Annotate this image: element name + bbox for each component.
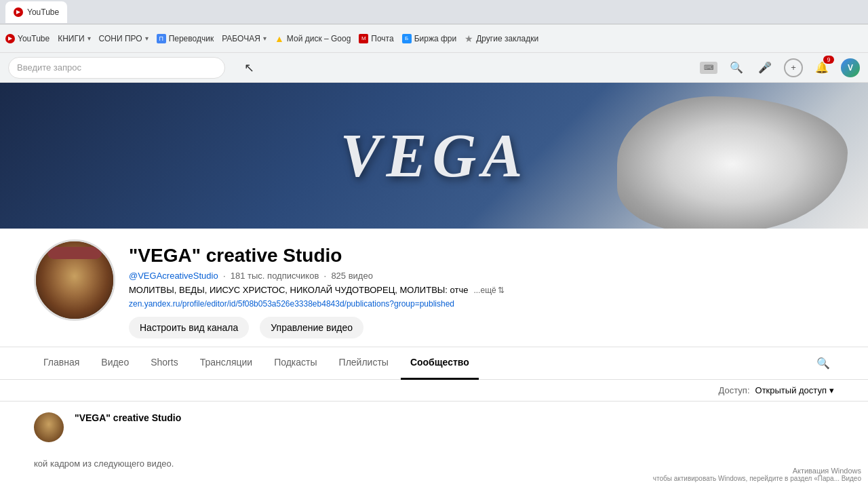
browser-tabs: ▶ YouTube [5, 0, 67, 24]
cursor-icon: ↖ [244, 60, 254, 75]
bookmark-mail[interactable]: М Почта [359, 34, 393, 43]
tab-home[interactable]: Главная [34, 347, 89, 380]
page-content: Введите запрос ↖ ⌨ 🔍 🎤 + 🔔 9 V VEGA "V [0, 53, 868, 489]
channel-link[interactable]: zen.yandex.ru/profile/editor/id/5f08b053… [129, 299, 834, 309]
access-dropdown[interactable]: Открытый доступ ▾ [755, 385, 834, 395]
chevron-down-icon: ▾ [829, 385, 834, 395]
bookmark-birzha-label: Биржа фри [414, 34, 457, 43]
chevron-down-icon: ▾ [263, 35, 267, 42]
search-placeholder: Введите запрос [17, 62, 81, 73]
access-value: Открытый доступ [755, 385, 827, 395]
user-avatar[interactable]: V [841, 58, 860, 77]
bookmark-others[interactable]: ★ Другие закладки [465, 33, 538, 44]
bookmark-others-label: Другие закладки [476, 34, 538, 43]
notification-count: 9 [823, 56, 834, 64]
bookmark-knigi-label: КНИГИ [58, 34, 84, 43]
birzha-icon: Б [402, 34, 412, 43]
bookmark-youtube-label: YouTube [18, 34, 50, 43]
drive-icon: ▲ [275, 34, 284, 43]
upload-icon[interactable]: + [784, 58, 803, 77]
channel-info: "VEGA" creative Studio @VEGAcreativeStud… [0, 229, 868, 347]
search-box[interactable]: Введите запрос [8, 57, 225, 79]
bookmark-icon: ★ [465, 33, 473, 44]
channel-handle[interactable]: @VEGAcreativeStudio [129, 271, 218, 281]
sort-icon: ⇅ [498, 286, 505, 295]
video-count: 825 видео [331, 271, 373, 281]
community-author-name[interactable]: "VEGA" creative Studio [75, 412, 834, 423]
keyboard-icon[interactable]: ⌨ [700, 62, 717, 74]
channel-tabs: Главная Видео Shorts Трансляции Подкасты… [0, 347, 868, 380]
tab-search-icon[interactable]: 🔍 [812, 353, 834, 374]
subscriber-count: 181 тыс. подписчиков [231, 271, 319, 281]
bookmarks-list: ▶ YouTube КНИГИ ▾ СОНИ ПРО ▾ П Переводчи… [5, 33, 863, 44]
channel-actions: Настроить вид канала Управление видео [129, 317, 834, 338]
channel-meta: @VEGAcreativeStudio · 181 тыс. подписчик… [129, 271, 834, 281]
tab-label: YouTube [27, 7, 59, 17]
channel-avatar [34, 239, 115, 321]
tab-videos[interactable]: Видео [92, 347, 138, 380]
description-text: МОЛИТВЫ, ВЕДЫ, ИИСУС ХРИСТОС, НИКОЛАЙ ЧУ… [129, 285, 468, 295]
active-tab[interactable]: ▶ YouTube [5, 1, 67, 23]
tab-playlists-label: Плейлисты [339, 357, 389, 368]
avatar-hat [47, 247, 102, 259]
bookmark-translator[interactable]: П Переводчик [157, 34, 214, 43]
more-label: ...ещё [473, 286, 496, 295]
youtube-tab-icon: ▶ [14, 7, 23, 17]
access-bar: Доступ: Открытый доступ ▾ [0, 380, 868, 402]
channel-name: "VEGA" creative Studio [129, 245, 834, 267]
community-author-avatar [34, 412, 64, 442]
manage-videos-button[interactable]: Управление видео [260, 317, 363, 338]
search-icon[interactable]: 🔍 [727, 58, 746, 77]
bookmark-drive-label: Мой диск – Goog [287, 34, 351, 43]
bookmarks-bar: ▶ YouTube КНИГИ ▾ СОНИ ПРО ▾ П Переводчи… [0, 24, 868, 53]
right-icons: ⌨ 🔍 🎤 + 🔔 9 V [700, 58, 860, 77]
address-area: Введите запрос ↖ ⌨ 🔍 🎤 + 🔔 9 V [0, 53, 868, 83]
banner-title: VEGA [340, 121, 528, 191]
channel-banner: VEGA [0, 83, 868, 229]
community-content: "VEGA" creative Studio [75, 412, 834, 442]
tab-videos-label: Видео [101, 357, 129, 368]
channel-details: "VEGA" creative Studio @VEGAcreativeStud… [129, 239, 834, 347]
youtube-bookmark-icon: ▶ [5, 34, 15, 43]
access-label: Доступ: [719, 385, 750, 395]
community-post-snippet: кой кадром из следующего видео. [0, 453, 868, 469]
bookmark-birzha[interactable]: Б Биржа фри [402, 34, 457, 43]
bookmark-rabochaya-label: РАБОЧАЯ [222, 34, 260, 43]
tab-podcasts-label: Подкасты [274, 357, 317, 368]
tab-broadcasts[interactable]: Трансляции [191, 347, 262, 380]
bookmark-mail-label: Почта [371, 34, 393, 43]
customize-channel-button[interactable]: Настроить вид канала [129, 317, 249, 338]
mail-icon: М [359, 34, 368, 43]
wolf-image [617, 96, 848, 229]
tab-home-label: Главная [43, 357, 79, 368]
tab-playlists[interactable]: Плейлисты [330, 347, 398, 380]
tab-shorts-label: Shorts [151, 357, 178, 368]
channel-description: МОЛИТВЫ, ВЕДЫ, ИИСУС ХРИСТОС, НИКОЛАЙ ЧУ… [129, 285, 834, 295]
community-section: "VEGA" creative Studio [0, 402, 868, 453]
chevron-down-icon: ▾ [145, 35, 149, 42]
mic-icon[interactable]: 🎤 [755, 58, 774, 77]
tab-community[interactable]: Сообщество [401, 347, 479, 380]
notifications-button[interactable]: 🔔 9 [812, 58, 831, 77]
bookmark-translator-label: Переводчик [169, 34, 214, 43]
tab-broadcasts-label: Трансляции [200, 357, 252, 368]
bookmark-soni-label: СОНИ ПРО [99, 34, 142, 43]
bookmark-rabochaya[interactable]: РАБОЧАЯ ▾ [222, 34, 267, 43]
translator-icon: П [157, 34, 166, 43]
chevron-down-icon: ▾ [87, 35, 91, 42]
bookmark-soni[interactable]: СОНИ ПРО ▾ [99, 34, 149, 43]
browser-tab-bar: ▶ YouTube [0, 0, 868, 24]
post-snippet-text: кой кадром из следующего видео. [34, 458, 174, 469]
bookmark-youtube[interactable]: ▶ YouTube [5, 34, 50, 43]
more-link[interactable]: ...ещё ⇅ [473, 286, 504, 295]
tab-community-label: Сообщество [410, 357, 469, 368]
tab-podcasts[interactable]: Подкасты [264, 347, 326, 380]
bookmark-knigi[interactable]: КНИГИ ▾ [58, 34, 90, 43]
tab-shorts[interactable]: Shorts [141, 347, 187, 380]
bookmark-drive[interactable]: ▲ Мой диск – Goog [275, 34, 351, 43]
